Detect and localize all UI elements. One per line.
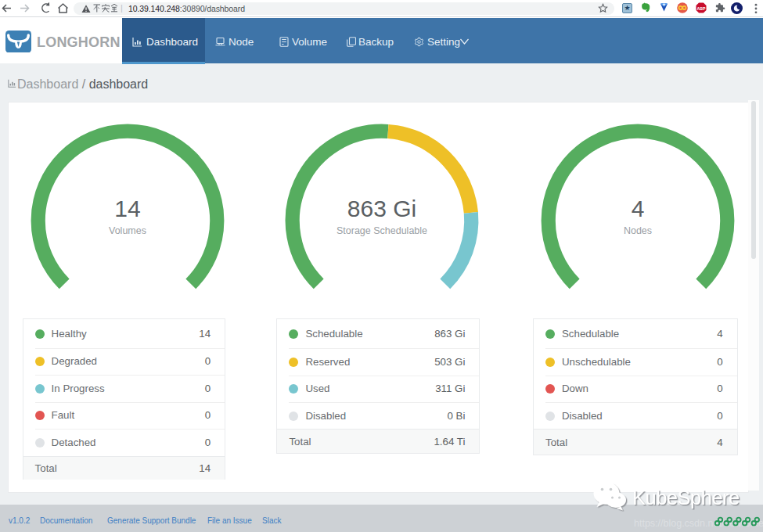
svg-text:ABP: ABP [697, 6, 706, 11]
svg-text:KubeSphere: KubeSphere [632, 487, 740, 509]
